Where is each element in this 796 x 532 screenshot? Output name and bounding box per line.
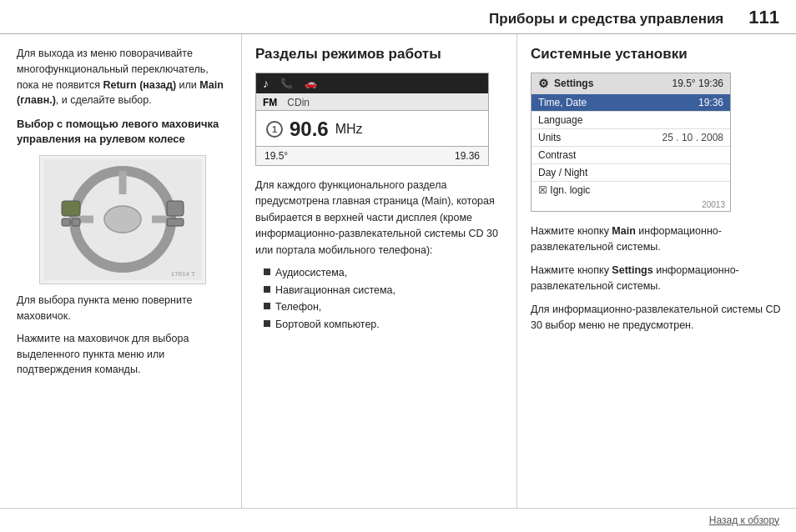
settings-image-label: 20013	[532, 198, 730, 211]
column-1: Для выхода из меню поворачивайте многофу…	[0, 34, 242, 508]
settings-icon: ⚙	[538, 77, 549, 90]
column-2: Разделы режимов работы ♪ 📞 🚗 FM CDin 1 9…	[242, 34, 517, 508]
bullet-icon	[264, 303, 270, 309]
svg-text:17814 T: 17814 T	[170, 270, 194, 278]
settings-row-label: Day / Night	[538, 167, 587, 178]
settings-row-label: Contrast	[538, 149, 576, 161]
col3-text1: Нажмите кнопку Main информационно-развле…	[531, 223, 783, 256]
bullet-icon	[264, 286, 270, 293]
radio-tab-cdin[interactable]: CDin	[287, 95, 320, 110]
col1-turn-text: Для выбора пункта меню поверните махович…	[17, 293, 228, 324]
bullet-text: Бортовой компьютер.	[275, 317, 380, 333]
chapter-title: Приборы и средства управления	[489, 11, 723, 28]
car-icon: 🚗	[305, 78, 317, 89]
col1-intro: Для выхода из меню поворачивайте многофу…	[17, 46, 228, 108]
settings-panel: ⚙ Settings 19.5° 19:36 Time, Date 19:36 …	[531, 73, 731, 212]
settings-header: ⚙ Settings 19.5° 19:36	[532, 73, 730, 93]
bullet-text: Навигационная система,	[275, 283, 395, 299]
page-header: Приборы и средства управления 111	[0, 0, 796, 34]
svg-rect-7	[62, 218, 70, 226]
radio-frequency-display: 1 90.6 MHz	[256, 111, 488, 146]
settings-row-value: 25 . 10 . 2008	[662, 132, 723, 143]
settings-row-units[interactable]: Units 25 . 10 . 2008	[532, 128, 730, 146]
settings-row-label: Language	[538, 114, 582, 126]
bullet-text: Телефон,	[275, 299, 321, 315]
radio-footer: 19.5° 19.36	[256, 146, 488, 165]
main-content: Для выхода из меню поворачивайте многофу…	[0, 34, 796, 508]
settings-label: Settings	[554, 78, 593, 89]
radio-tab-fm[interactable]: FM	[263, 95, 287, 110]
svg-point-5	[104, 206, 141, 233]
bullet-icon	[264, 269, 270, 275]
page-number: 111	[748, 7, 779, 28]
col1-heading: Выбор с помощью левого маховичка управле…	[17, 117, 228, 147]
radio-preset-number: 1	[266, 121, 283, 138]
radio-frequency-value: 90.6	[290, 118, 329, 141]
settings-title-area: ⚙ Settings	[538, 77, 593, 90]
svg-rect-9	[167, 201, 184, 216]
settings-row-ign-logic[interactable]: ☒ Ign. logic	[532, 181, 730, 198]
radio-frequency-unit: MHz	[335, 122, 363, 137]
col2-heading: Разделы режимов работы	[255, 46, 503, 63]
music-icon: ♪	[263, 77, 269, 90]
settings-time: 19.5° 19:36	[672, 78, 723, 89]
settings-row-contrast[interactable]: Contrast	[532, 146, 730, 163]
list-item: Телефон,	[264, 299, 503, 315]
svg-rect-10	[167, 218, 184, 226]
svg-rect-6	[62, 201, 80, 216]
settings-row-time-date[interactable]: Time, Date 19:36	[532, 93, 730, 111]
steering-wheel-svg: 17814 T	[43, 159, 202, 280]
col3-heading: Системные установки	[531, 46, 783, 63]
radio-tabs: FM CDin	[256, 93, 488, 111]
list-item: Бортовой компьютер.	[264, 317, 503, 333]
radio-footer-left: 19.5°	[264, 150, 288, 162]
list-item: Аудиосистема,	[264, 265, 503, 281]
col2-text1: Для каждого функционального раздела пред…	[255, 178, 503, 258]
svg-rect-8	[72, 218, 80, 226]
col3-text3: Для информационно-развлекательной систем…	[531, 302, 783, 334]
settings-row-value: 19:36	[698, 97, 723, 108]
bullet-icon	[264, 320, 270, 327]
col1-bottom: Для выбора пункта меню поверните махович…	[17, 293, 228, 378]
radio-footer-right: 19.36	[455, 150, 480, 162]
settings-row-label: Units	[538, 132, 561, 143]
col1-press-text: Нажмите на маховичок для выбора выделенн…	[17, 331, 228, 378]
settings-row-language[interactable]: Language	[532, 111, 730, 128]
radio-icons-bar: ♪ 📞 🚗	[256, 73, 488, 93]
col3-text2: Нажмите кнопку Settings информационно-ра…	[531, 263, 783, 295]
back-to-overview-link[interactable]: Назад к обзору	[709, 514, 779, 526]
radio-display: ♪ 📞 🚗 FM CDin 1 90.6 MHz 19.5° 19.36	[255, 73, 489, 166]
list-item: Навигационная система,	[264, 283, 503, 299]
page-footer: Назад к обзору	[0, 508, 796, 531]
settings-row-label: Time, Date	[538, 97, 587, 108]
steering-wheel-image: 17814 T	[39, 155, 206, 284]
bullet-text: Аудиосистема,	[275, 265, 347, 281]
phone-icon: 📞	[280, 78, 293, 89]
settings-row-label: ☒ Ign. logic	[538, 184, 590, 196]
column-3: Системные установки ⚙ Settings 19.5° 19:…	[517, 34, 796, 508]
bullet-list: Аудиосистема, Навигационная система, Тел…	[264, 265, 503, 333]
settings-row-day-night[interactable]: Day / Night	[532, 163, 730, 181]
